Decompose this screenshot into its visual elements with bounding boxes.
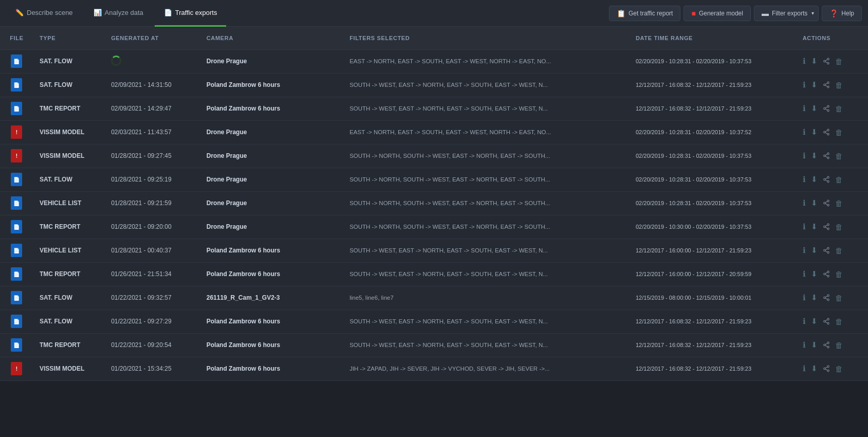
- filter-icon: ▬: [762, 9, 769, 17]
- download-icon[interactable]: ⬇: [811, 246, 818, 255]
- actions-group: ℹ ⬇ 🗑: [803, 57, 862, 66]
- share-icon[interactable]: [823, 294, 830, 301]
- delete-icon[interactable]: 🗑: [835, 175, 843, 184]
- col-header-actions: ACTIONS: [797, 27, 868, 49]
- info-icon[interactable]: ℹ: [803, 269, 806, 279]
- filter-exports-button[interactable]: ▬ Filter exports ▾: [754, 6, 819, 21]
- delete-icon[interactable]: 🗑: [835, 81, 843, 89]
- type-cell: VEHICLE LIST: [33, 239, 105, 262]
- filters-cell: line5, line6, line7: [343, 286, 630, 309]
- type-cell: TMC REPORT: [33, 97, 105, 120]
- share-icon[interactable]: [823, 152, 830, 159]
- download-icon[interactable]: ⬇: [811, 198, 818, 208]
- info-icon[interactable]: ℹ: [803, 57, 806, 66]
- share-icon[interactable]: [823, 176, 830, 183]
- filter-exports-label: Filter exports: [772, 10, 807, 17]
- share-icon[interactable]: [823, 270, 830, 278]
- delete-icon[interactable]: 🗑: [835, 128, 843, 137]
- delete-icon[interactable]: 🗑: [835, 223, 843, 231]
- info-icon[interactable]: ℹ: [803, 340, 806, 350]
- type-cell: TMC REPORT: [33, 215, 105, 239]
- delete-icon[interactable]: 🗑: [835, 57, 843, 66]
- delete-icon[interactable]: 🗑: [835, 104, 843, 113]
- download-icon[interactable]: ⬇: [811, 293, 818, 302]
- dtr-cell: 12/12/2017 - 16:08:32 - 12/12/2017 - 21:…: [630, 333, 797, 357]
- nav-traffic-exports[interactable]: 📄 Traffic exports: [155, 0, 227, 27]
- svg-line-38: [825, 227, 827, 228]
- info-icon[interactable]: ℹ: [803, 364, 806, 373]
- filters-text: SOUTH -> NORTH, SOUTH -> WEST, EAST -> N…: [349, 200, 586, 206]
- delete-icon[interactable]: 🗑: [835, 294, 843, 302]
- download-icon[interactable]: ⬇: [811, 364, 818, 373]
- camera-cell: Drone Prague: [200, 144, 343, 168]
- generate-model-button[interactable]: ■ Generate model: [684, 6, 751, 21]
- download-icon[interactable]: ⬇: [811, 80, 818, 89]
- nav-traffic-label: Traffic exports: [175, 9, 217, 16]
- delete-icon[interactable]: 🗑: [835, 152, 843, 160]
- col-header-type: TYPE: [33, 27, 105, 49]
- share-icon[interactable]: [823, 129, 830, 136]
- camera-cell: Poland Zambrow 6 hours: [200, 262, 343, 286]
- share-icon[interactable]: [823, 341, 830, 349]
- share-icon[interactable]: [823, 105, 830, 112]
- info-icon[interactable]: ℹ: [803, 198, 806, 208]
- svg-point-10: [827, 105, 829, 107]
- get-traffic-report-button[interactable]: 📋 Get traffic report: [609, 6, 680, 21]
- nav-describe-scene[interactable]: ✏️ Describe scene: [6, 0, 82, 27]
- generated-cell: 01/28/2021 - 09:25:19: [105, 168, 200, 191]
- blue-file-icon: 📄: [11, 338, 22, 352]
- share-icon[interactable]: [823, 58, 830, 65]
- info-icon[interactable]: ℹ: [803, 293, 806, 302]
- svg-line-13: [825, 109, 827, 110]
- actions-group: ℹ ⬇ 🗑: [803, 293, 862, 302]
- delete-icon[interactable]: 🗑: [835, 246, 843, 255]
- download-icon[interactable]: ⬇: [811, 340, 818, 350]
- delete-icon[interactable]: 🗑: [835, 270, 843, 279]
- help-button[interactable]: ❓ Help: [822, 6, 862, 21]
- info-icon[interactable]: ℹ: [803, 151, 806, 160]
- info-icon[interactable]: ℹ: [803, 104, 806, 113]
- type-cell: VISSIM MODEL: [33, 144, 105, 168]
- download-icon[interactable]: ⬇: [811, 104, 818, 113]
- filters-text: EAST -> NORTH, EAST -> SOUTH, EAST -> WE…: [349, 58, 586, 64]
- actions-cell: ℹ ⬇ 🗑: [797, 144, 868, 168]
- delete-icon[interactable]: 🗑: [835, 199, 843, 208]
- share-icon[interactable]: [823, 318, 830, 325]
- download-icon[interactable]: ⬇: [811, 222, 818, 231]
- share-icon[interactable]: [823, 365, 830, 372]
- svg-line-29: [825, 178, 827, 179]
- download-icon[interactable]: ⬇: [811, 269, 818, 279]
- red-file-icon: !: [11, 362, 22, 375]
- svg-point-47: [827, 275, 829, 277]
- table-row: 📄TMC REPORT01/28/2021 - 09:20:00Drone Pr…: [0, 215, 868, 239]
- share-icon[interactable]: [823, 81, 830, 88]
- blue-file-icon: 📄: [11, 315, 22, 328]
- nav-analyze-data[interactable]: 📊 Analyze data: [84, 0, 153, 27]
- share-icon[interactable]: [823, 247, 830, 254]
- dtr-cell: 12/12/2017 - 16:08:32 - 12/12/2017 - 21:…: [630, 309, 797, 333]
- dtr-cell: 02/20/2019 - 10:28:31 - 02/20/2019 - 10:…: [630, 120, 797, 144]
- delete-icon[interactable]: 🗑: [835, 365, 843, 373]
- info-icon[interactable]: ℹ: [803, 80, 806, 89]
- download-icon[interactable]: ⬇: [811, 175, 818, 184]
- download-icon[interactable]: ⬇: [811, 151, 818, 160]
- share-icon[interactable]: [823, 199, 830, 207]
- download-icon[interactable]: ⬇: [811, 317, 818, 326]
- info-icon[interactable]: ℹ: [803, 317, 806, 326]
- actions-group: ℹ ⬇ 🗑: [803, 128, 862, 137]
- delete-icon[interactable]: 🗑: [835, 341, 843, 350]
- file-cell: !: [0, 144, 33, 168]
- info-icon[interactable]: ℹ: [803, 128, 806, 137]
- download-icon[interactable]: ⬇: [811, 128, 818, 137]
- filters-cell: SOUTH -> NORTH, SOUTH -> WEST, EAST -> N…: [343, 144, 630, 168]
- file-cell: 📄: [0, 333, 33, 357]
- share-icon[interactable]: [823, 223, 830, 230]
- red-file-icon: !: [11, 125, 22, 139]
- svg-line-3: [825, 62, 827, 63]
- red-file-icon: !: [11, 149, 22, 162]
- info-icon[interactable]: ℹ: [803, 246, 806, 255]
- download-icon[interactable]: ⬇: [811, 57, 818, 66]
- delete-icon[interactable]: 🗑: [835, 317, 843, 326]
- info-icon[interactable]: ℹ: [803, 175, 806, 184]
- info-icon[interactable]: ℹ: [803, 222, 806, 231]
